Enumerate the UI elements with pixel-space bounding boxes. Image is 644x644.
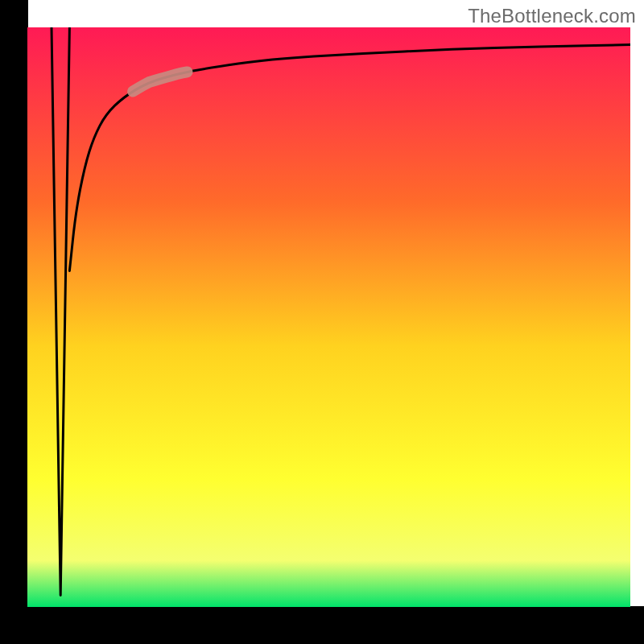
x-axis-bar — [0, 606, 644, 644]
plot-svg — [27, 27, 630, 607]
y-axis-bar — [0, 0, 28, 644]
watermark-label: TheBottleneck.com — [468, 5, 636, 27]
plot-area — [27, 27, 630, 607]
chart-container: TheBottleneck.com — [0, 0, 644, 644]
gradient-background — [27, 27, 630, 607]
